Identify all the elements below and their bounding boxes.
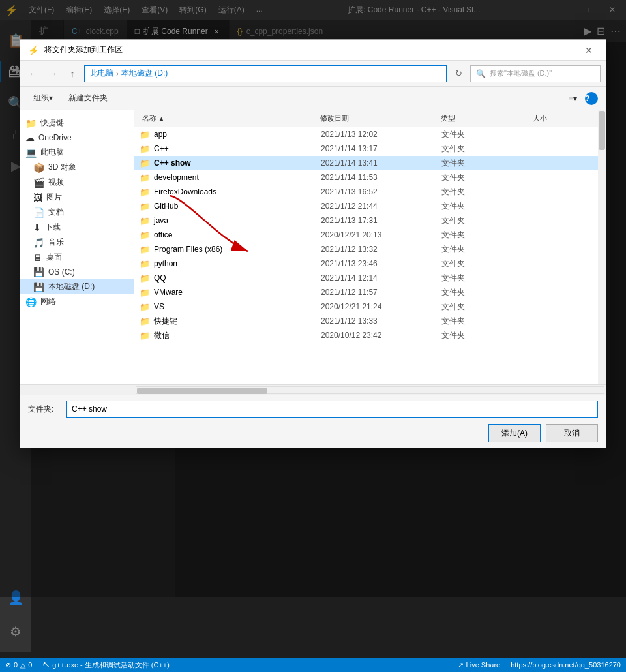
col-header-name[interactable]: 名称 ▲ [140,114,318,123]
help-button[interactable]: ? [585,92,598,105]
tree-item-d-drive[interactable]: 💾 本地磁盘 (D:) [20,279,134,294]
file-dialog: ⚡ 将文件夹添加到工作区 ✕ ← → ↑ 此电脑 › 本地磁盘 (D:) ↻ 🔍… [20,39,606,448]
tree-item-video[interactable]: 🎬 视频 [20,175,134,190]
tree-item-video-label: 视频 [48,177,64,188]
status-url[interactable]: https://blog.csdn.net/qq_50316270 [505,658,626,672]
onedrive-icon: ☁ [25,132,35,143]
tree-item-c-drive-label: OS (C:) [48,267,75,277]
live-share-icon: ↗ [458,661,464,669]
tree-item-onedrive[interactable]: ☁ OneDrive [20,130,134,145]
tree-item-documents-label: 文档 [48,207,64,218]
tree-item-3dobjects[interactable]: 📦 3D 对象 [20,160,134,175]
add-button[interactable]: 添加(A) [488,424,541,442]
dialog-button-row: 添加(A) 取消 [28,424,598,442]
tree-item-network-label: 网络 [40,296,56,307]
file-row-office[interactable]: 📁office 2020/12/21 20:13 文件夹 [134,228,598,242]
folder-icon-github: 📁 [140,202,150,211]
3dobjects-icon: 📦 [33,162,44,173]
tree-item-shortcuts[interactable]: 📁 快捷键 [20,115,134,130]
tree-item-c-drive[interactable]: 💾 OS (C:) [20,265,134,279]
tree-item-documents[interactable]: 📄 文档 [20,205,134,220]
view-button[interactable]: ≡▾ [563,92,582,105]
cancel-button[interactable]: 取消 [546,424,598,442]
file-row-cpp[interactable]: 📁C++ 2021/1/14 13:17 文件夹 [134,142,598,156]
folder-icon-vmware: 📁 [140,288,150,298]
new-folder-button[interactable]: 新建文件夹 [63,91,113,106]
dialog-close-button[interactable]: ✕ [580,44,598,57]
folder-icon-shortcuts: 📁 [140,316,150,326]
desktop-icon: 🖥 [33,252,42,263]
live-share-label: Live Share [466,661,501,669]
tree-item-3dobjects-label: 3D 对象 [48,162,76,173]
pictures-icon: 🖼 [33,192,42,203]
search-icon: 🔍 [476,69,486,78]
nav-up-button[interactable]: ↑ [65,66,80,82]
file-row-github[interactable]: 📁GitHub 2021/1/12 21:44 文件夹 [134,199,598,213]
status-errors[interactable]: ⊘ 0 △ 0 [0,658,37,672]
tree-item-pictures[interactable]: 🖼 图片 [20,190,134,205]
warning-icon: △ [20,661,25,669]
folder-icon-dev: 📁 [140,173,150,183]
dialog-titlebar: ⚡ 将文件夹添加到工作区 ✕ [20,40,606,61]
tree-item-shortcuts-label: 快捷键 [40,117,64,129]
dialog-title-icon: ⚡ [28,45,39,55]
address-path[interactable]: 此电脑 › 本地磁盘 (D:) [84,65,447,82]
col-header-date[interactable]: 修改日期 [318,114,438,123]
file-row-firefox[interactable]: 📁FirefoxDownloads 2021/1/13 16:52 文件夹 [134,185,598,199]
organize-button[interactable]: 组织▾ [28,91,58,106]
file-row-qq[interactable]: 📁QQ 2021/1/14 12:14 文件夹 [134,271,598,285]
folder-icon-programfiles: 📁 [140,245,150,254]
url-text: https://blog.csdn.net/qq_50316270 [511,661,621,669]
file-row-java[interactable]: 📁java 2021/1/13 17:31 文件夹 [134,213,598,228]
thispc-icon: 💻 [25,147,37,158]
file-row-cpp-show[interactable]: 📁C++ show 2021/1/14 13:41 文件夹 [134,156,598,170]
tree-item-pictures-label: 图片 [46,192,62,203]
tree-item-music-label: 音乐 [48,237,64,248]
tree-item-music[interactable]: 🎵 音乐 [20,235,134,250]
address-search[interactable]: 🔍 搜索"本地磁盘 (D:)" [470,65,601,82]
folder-icon-office: 📁 [140,230,150,240]
scrollbar-thumb [599,111,605,150]
tree-item-downloads[interactable]: ⬇ 下载 [20,220,134,235]
toolbar-separator [121,92,121,105]
dialog-bottom: 文件夹: 添加(A) 取消 [20,395,606,448]
file-row-vmware[interactable]: 📁VMware 2021/1/12 11:57 文件夹 [134,285,598,299]
file-row-programfiles[interactable]: 📁Program Files (x86) 2021/1/12 13:32 文件夹 [134,242,598,256]
activity-settings[interactable]: ⚙ [0,616,31,647]
video-icon: 🎬 [33,177,44,188]
branch-label: g++.exe - 生成和调试活动文件 (C++) [52,660,170,670]
status-branch[interactable]: ⛏ g++.exe - 生成和调试活动文件 (C++) [37,658,175,672]
file-row-wechat[interactable]: 📁微信 2020/10/12 23:42 文件夹 [134,328,598,343]
folder-icon-app: 📁 [140,130,150,140]
nav-back-button[interactable]: ← [25,66,41,82]
shortcuts-icon: 📁 [25,118,37,129]
dialog-filelist: 名称 ▲ 修改日期 类型 大小 📁app 2021/ [134,110,598,384]
file-row-development[interactable]: 📁development 2021/1/14 11:53 文件夹 [134,170,598,185]
file-row-vs[interactable]: 📁VS 2020/12/21 21:24 文件夹 [134,299,598,314]
dialog-addressbar: ← → ↑ 此电脑 › 本地磁盘 (D:) ↻ 🔍 搜索"本地磁盘 (D:)" [20,61,606,87]
folder-icon-qq: 📁 [140,273,150,283]
file-row-shortcuts[interactable]: 📁快捷键 2021/1/12 13:33 文件夹 [134,314,598,328]
tree-item-network[interactable]: 🌐 网络 [20,294,134,309]
tree-item-thispc-label: 此电脑 [40,147,64,158]
tree-item-thispc[interactable]: 💻 此电脑 [20,145,134,160]
col-header-type[interactable]: 类型 [438,114,530,123]
tree-item-desktop[interactable]: 🖥 桌面 [20,250,134,265]
file-row-app[interactable]: 📁app 2021/1/13 12:02 文件夹 [134,127,598,142]
dialog-hscrollbar [20,384,606,395]
col-header-size[interactable]: 大小 [530,114,593,123]
d-drive-icon: 💾 [33,282,44,292]
col-sort-arrow: ▲ [158,115,165,123]
dialog-scrollbar[interactable] [598,110,606,384]
folder-icon-cpp-show: 📁 [140,159,150,168]
status-live-share[interactable]: ↗ Live Share [453,658,506,672]
address-refresh-button[interactable]: ↻ [451,66,466,82]
folder-input[interactable] [66,401,598,418]
nav-forward-button[interactable]: → [45,66,61,82]
c-drive-icon: 💾 [33,267,44,277]
downloads-icon: ⬇ [33,222,41,233]
network-icon: 🌐 [25,297,37,307]
dialog-title-text: 将文件夹添加到工作区 [44,44,580,55]
tree-item-d-drive-label: 本地磁盘 (D:) [48,281,95,292]
file-row-python[interactable]: 📁python 2021/1/13 23:46 文件夹 [134,256,598,271]
